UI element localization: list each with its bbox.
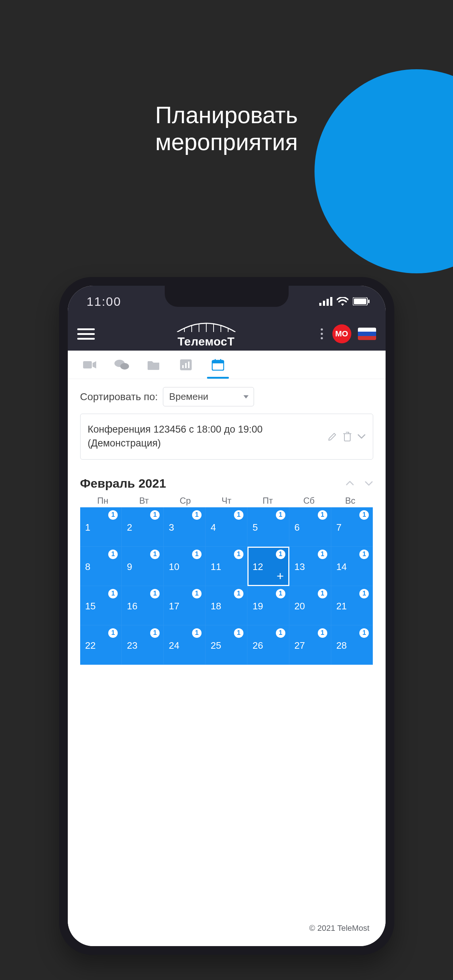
menu-button[interactable] (77, 325, 95, 342)
calendar-day[interactable]: 211 (331, 586, 373, 625)
day-number: 9 (127, 561, 132, 573)
status-icons (319, 297, 370, 306)
tab-stats[interactable] (179, 358, 193, 372)
event-count-badge: 1 (150, 589, 160, 598)
event-count-badge: 1 (276, 550, 285, 559)
tab-strip (68, 351, 386, 379)
day-number: 17 (169, 601, 179, 612)
month-title: Февраль 2021 (80, 476, 345, 490)
weekday-label: Пт (247, 496, 288, 506)
day-number: 2 (127, 522, 132, 533)
calendar-day[interactable]: 161 (122, 586, 164, 625)
tab-video[interactable] (83, 358, 97, 372)
svg-rect-24 (220, 359, 221, 362)
calendar-day[interactable]: 101 (164, 547, 205, 586)
calendar-day[interactable]: 171 (164, 586, 205, 625)
day-number: 1 (85, 522, 91, 533)
calendar-day[interactable]: 61 (289, 508, 331, 547)
calendar-day[interactable]: 11 (80, 508, 122, 547)
main-content: Сортировать по: Времени Конференция 1234… (68, 379, 386, 946)
edit-icon[interactable] (327, 432, 337, 441)
calendar-day[interactable]: 141 (331, 547, 373, 586)
calendar-day[interactable]: 51 (248, 508, 289, 547)
sort-value: Времени (169, 391, 208, 402)
svg-rect-19 (185, 363, 187, 368)
hero-line-2: мероприятия (155, 129, 298, 155)
event-count-badge: 1 (359, 589, 369, 598)
calendar-day[interactable]: 121+ (248, 547, 289, 586)
calendar-day[interactable]: 191 (248, 586, 289, 625)
svg-rect-3 (330, 297, 332, 306)
app-bar: ТелемосТ МО (68, 317, 386, 351)
calendar-day[interactable]: 251 (205, 625, 248, 665)
calendar-day[interactable]: 81 (80, 547, 122, 586)
day-number: 3 (169, 522, 174, 533)
event-count-badge: 1 (318, 589, 327, 598)
event-card[interactable]: Конференция 123456 с 18:00 до 19:00 (Дем… (80, 414, 373, 460)
event-count-badge: 1 (276, 628, 285, 638)
app-title: ТелемосТ (101, 335, 311, 348)
svg-rect-18 (182, 365, 184, 368)
add-event-icon[interactable]: + (277, 570, 284, 582)
event-count-badge: 1 (150, 628, 160, 638)
calendar-day[interactable]: 151 (80, 586, 122, 625)
calendar-day[interactable]: 261 (248, 625, 289, 665)
more-options-button[interactable] (318, 328, 326, 339)
event-title: Конференция 123456 с 18:00 до 19:00 (Дем… (88, 423, 322, 450)
status-time: 11:00 (87, 294, 121, 309)
calendar-day[interactable]: 91 (122, 547, 164, 586)
calendar-day[interactable]: 111 (205, 547, 248, 586)
calendar-day[interactable]: 71 (331, 508, 373, 547)
event-count-badge: 1 (108, 589, 118, 598)
chevron-down-icon[interactable] (364, 480, 373, 486)
event-count-badge: 1 (234, 589, 243, 598)
event-count-badge: 1 (234, 628, 243, 638)
calendar-day[interactable]: 41 (205, 508, 248, 547)
svg-rect-0 (319, 303, 321, 306)
sort-label: Сортировать по: (80, 391, 158, 403)
month-header: Февраль 2021 (80, 476, 373, 490)
calendar-day[interactable]: 221 (80, 625, 122, 665)
calendar: ПнВтСрЧтПтСбВс 1121314151617181911011111… (80, 496, 373, 665)
phone-screen: 11:00 (68, 286, 386, 946)
event-count-badge: 1 (234, 550, 243, 559)
day-number: 27 (294, 640, 305, 651)
calendar-day[interactable]: 131 (289, 547, 331, 586)
weekday-row: ПнВтСрЧтПтСбВс (80, 496, 373, 506)
calendar-day[interactable]: 201 (289, 586, 331, 625)
calendar-day[interactable]: 231 (122, 625, 164, 665)
day-number: 28 (336, 640, 347, 651)
chevron-down-icon[interactable] (358, 434, 366, 439)
event-count-badge: 1 (276, 589, 285, 598)
event-count-badge: 1 (108, 510, 118, 520)
day-number: 14 (336, 561, 347, 573)
event-count-badge: 1 (108, 628, 118, 638)
svg-rect-20 (188, 361, 189, 368)
calendar-day[interactable]: 271 (289, 625, 331, 665)
event-count-badge: 1 (150, 510, 160, 520)
language-flag[interactable] (358, 328, 376, 340)
tab-files[interactable] (146, 358, 161, 372)
day-number: 4 (211, 522, 216, 533)
chevron-up-icon[interactable] (345, 480, 354, 486)
calendar-day[interactable]: 181 (205, 586, 248, 625)
day-number: 21 (336, 601, 347, 612)
calendar-day[interactable]: 21 (122, 508, 164, 547)
calendar-day[interactable]: 281 (331, 625, 373, 665)
tab-chat[interactable] (114, 358, 129, 372)
event-count-badge: 1 (359, 628, 369, 638)
trash-icon[interactable] (343, 431, 352, 442)
day-number: 16 (127, 601, 137, 612)
sort-select[interactable]: Времени (163, 387, 254, 406)
user-avatar[interactable]: МО (332, 325, 351, 343)
svg-rect-5 (354, 299, 366, 304)
calendar-day[interactable]: 31 (164, 508, 205, 547)
svg-rect-14 (83, 361, 92, 369)
event-count-badge: 1 (192, 589, 202, 598)
weekday-label: Пн (83, 496, 124, 506)
day-number: 18 (211, 601, 221, 612)
tab-calendar[interactable] (211, 358, 225, 372)
month-nav (345, 480, 373, 486)
calendar-grid: 112131415161718191101111121+131141151161… (80, 508, 373, 665)
calendar-day[interactable]: 241 (164, 625, 205, 665)
